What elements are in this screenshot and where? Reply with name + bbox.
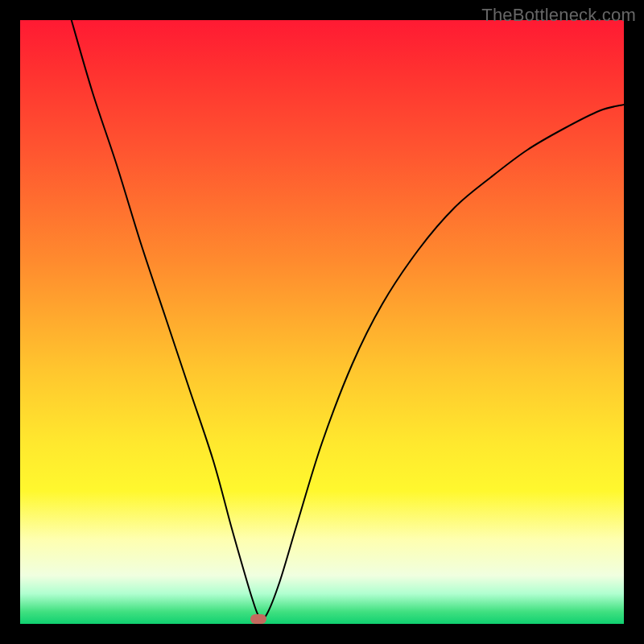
curve-svg xyxy=(20,20,624,624)
optimum-marker xyxy=(250,614,266,624)
bottleneck-curve xyxy=(72,20,624,619)
attribution-watermark: TheBottleneck.com xyxy=(481,5,636,26)
plot-area xyxy=(20,20,624,624)
chart-frame: TheBottleneck.com xyxy=(0,0,644,644)
